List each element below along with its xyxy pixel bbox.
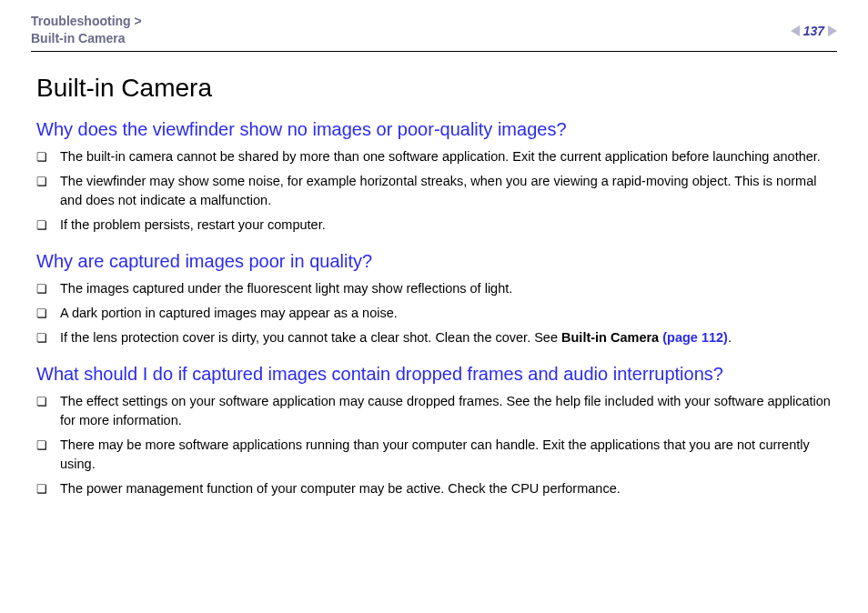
bullet-list: ❏ The images captured under the fluoresc…	[36, 279, 832, 347]
section-heading: Why are captured images poor in quality?	[36, 251, 832, 272]
bullet-icon: ❏	[36, 306, 47, 323]
list-item-text: The images captured under the fluorescen…	[60, 279, 832, 298]
bullet-icon: ❏	[36, 149, 47, 166]
page-content: Built-in Camera Why does the viewfinder …	[31, 74, 837, 498]
bullet-list: ❏ The effect settings on your software a…	[36, 392, 832, 498]
list-item: ❏ The viewfinder may show some noise, fo…	[36, 172, 832, 210]
bullet-icon: ❏	[36, 437, 47, 455]
prev-page-icon[interactable]	[791, 25, 800, 36]
list-item-text: The effect settings on your software app…	[60, 392, 832, 430]
list-item-text: There may be more software applications …	[60, 436, 832, 474]
page-title: Built-in Camera	[36, 74, 832, 103]
list-item-text: If the problem persists, restart your co…	[60, 216, 832, 235]
text-fragment: .	[728, 330, 732, 345]
list-item-text: The built-in camera cannot be shared by …	[60, 147, 832, 166]
pager: 137	[791, 13, 837, 38]
page-number: 137	[803, 24, 824, 38]
bullet-icon: ❏	[36, 481, 47, 498]
bullet-icon: ❏	[36, 394, 47, 411]
list-item: ❏ If the problem persists, restart your …	[36, 216, 832, 235]
list-item: ❏ The images captured under the fluoresc…	[36, 279, 832, 298]
inline-bold: Built-in Camera	[561, 330, 662, 345]
text-fragment: If the lens protection cover is dirty, y…	[60, 330, 561, 345]
list-item: ❏ There may be more software application…	[36, 436, 832, 474]
list-item-text: The power management function of your co…	[60, 479, 832, 498]
bullet-icon: ❏	[36, 217, 47, 235]
section-heading: Why does the viewfinder show no images o…	[36, 119, 832, 140]
list-item: ❏ If the lens protection cover is dirty,…	[36, 328, 832, 347]
breadcrumb-line-2: Built-in Camera	[31, 30, 142, 47]
page: Troubleshooting > Built-in Camera 137 Bu…	[0, 0, 868, 498]
breadcrumb: Troubleshooting > Built-in Camera	[31, 13, 142, 47]
bullet-icon: ❏	[36, 330, 47, 347]
list-item: ❏ The built-in camera cannot be shared b…	[36, 147, 832, 166]
bullet-icon: ❏	[36, 281, 47, 298]
list-item: ❏ A dark portion in captured images may …	[36, 304, 832, 323]
section-heading: What should I do if captured images cont…	[36, 364, 832, 385]
list-item: ❏ The power management function of your …	[36, 479, 832, 498]
list-item-text: A dark portion in captured images may ap…	[60, 304, 832, 323]
next-page-icon[interactable]	[828, 25, 837, 36]
breadcrumb-line-1: Troubleshooting >	[31, 13, 142, 30]
list-item-text: If the lens protection cover is dirty, y…	[60, 328, 832, 347]
bullet-list: ❏ The built-in camera cannot be shared b…	[36, 147, 832, 235]
page-header: Troubleshooting > Built-in Camera 137	[31, 13, 837, 52]
page-reference-link[interactable]: (page 112)	[662, 330, 728, 345]
list-item-text: The viewfinder may show some noise, for …	[60, 172, 832, 210]
bullet-icon: ❏	[36, 174, 47, 191]
list-item: ❏ The effect settings on your software a…	[36, 392, 832, 430]
